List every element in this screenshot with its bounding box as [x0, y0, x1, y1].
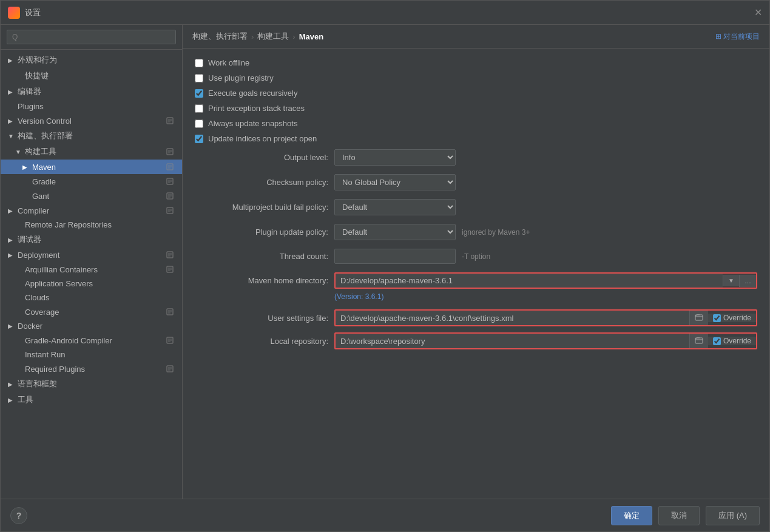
- checkbox-label-execute-goals[interactable]: Execute goals recursively: [208, 89, 297, 98]
- maven-home-dropdown-button[interactable]: ▼: [723, 275, 739, 286]
- multiproject-policy-select[interactable]: DefaultFail FastContinue: [334, 199, 456, 215]
- sidebar-item-build-exec[interactable]: ▼构建、执行部署: [1, 128, 182, 144]
- sidebar-item-appearance[interactable]: ▶外观和行为: [1, 52, 182, 68]
- thread-count-hint: -T option: [462, 252, 490, 261]
- sidebar-badge-build-tools: [165, 147, 175, 157]
- sidebar-item-gradle-android[interactable]: Gradle-Android Compiler: [1, 333, 182, 348]
- local-repo-browse-button[interactable]: [689, 334, 708, 348]
- checkbox-update-indices[interactable]: [195, 135, 203, 143]
- sidebar-badge-gant: [165, 191, 175, 201]
- checkbox-label-update-indices[interactable]: Update indices on project open: [208, 134, 317, 143]
- sidebar-label-build-tools: 构建工具: [25, 146, 56, 157]
- sidebar-item-compiler[interactable]: ▶Compiler: [1, 203, 182, 218]
- local-repo-override-label[interactable]: Override: [723, 337, 751, 345]
- sidebar-badge-required-plugins: [165, 364, 175, 374]
- sidebar-item-clouds[interactable]: Clouds: [1, 291, 182, 305]
- help-button[interactable]: ?: [10, 507, 27, 524]
- checkbox-row-print-stack-traces: Print exception stack traces: [195, 104, 757, 113]
- sidebar-item-instant-run[interactable]: Instant Run: [1, 348, 182, 362]
- sidebar-item-gradle[interactable]: Gradle: [1, 174, 182, 189]
- sidebar-arrow-deployment: ▶: [8, 252, 15, 258]
- breadcrumb-sep2: ›: [292, 32, 295, 41]
- checkbox-row-use-plugin-registry: Use plugin registry: [195, 73, 757, 82]
- sidebar-arrow-debugger: ▶: [8, 237, 15, 243]
- sidebar-label-keymap: 快捷键: [25, 70, 49, 81]
- maven-version-text: (Version: 3.6.1): [334, 292, 757, 301]
- sidebar-badge-gradle: [165, 177, 175, 186]
- sidebar-item-debugger[interactable]: ▶调试器: [1, 232, 182, 247]
- user-settings-input[interactable]: [336, 311, 689, 325]
- sidebar-label-build-exec: 构建、执行部署: [18, 130, 73, 141]
- cancel-button[interactable]: 取消: [658, 506, 700, 525]
- user-settings-row: User settings file:Override: [195, 309, 757, 326]
- checkbox-print-stack-traces[interactable]: [195, 104, 203, 113]
- dialog-title: 设置: [25, 7, 41, 18]
- thread-count-label: Thread count:: [195, 252, 328, 261]
- checkbox-label-always-update[interactable]: Always update snapshots: [208, 119, 297, 128]
- sidebar-arrow-maven: ▶: [22, 164, 30, 170]
- user-settings-field: Override: [334, 309, 757, 326]
- sidebar-item-build-tools[interactable]: ▼构建工具: [1, 144, 182, 160]
- sidebar-arrow-compiler: ▶: [8, 207, 15, 214]
- sidebar-label-gradle: Gradle: [32, 177, 56, 186]
- sidebar-label-clouds: Clouds: [25, 293, 49, 302]
- project-link[interactable]: ⊞ 对当前项目: [715, 32, 760, 42]
- breadcrumb-part2: 构建工具: [257, 31, 289, 42]
- sidebar-item-gant[interactable]: Gant: [1, 189, 182, 203]
- maven-home-input[interactable]: [336, 274, 723, 288]
- sidebar-badge-version-control: [165, 116, 175, 126]
- sidebar-item-required-plugins[interactable]: Required Plugins: [1, 362, 182, 376]
- search-input[interactable]: [7, 30, 176, 44]
- checkbox-label-work-offline[interactable]: Work offline: [208, 58, 249, 67]
- checksum-policy-select[interactable]: No Global PolicyFailWarnIgnore: [334, 174, 456, 190]
- sidebar-item-version-control[interactable]: ▶Version Control: [1, 113, 182, 128]
- sidebar-item-coverage[interactable]: Coverage: [1, 305, 182, 319]
- maven-home-field: ▼…: [334, 272, 757, 289]
- user-settings-label: User settings file:: [195, 314, 328, 323]
- local-repo-input[interactable]: [336, 334, 689, 348]
- checksum-policy-row: Checksum policy:No Global PolicyFailWarn…: [195, 174, 757, 190]
- checkbox-work-offline[interactable]: [195, 59, 203, 67]
- plugin-update-policy-select[interactable]: DefaultAlwaysNever: [334, 224, 456, 240]
- search-box: [1, 25, 182, 50]
- sidebar-item-editor[interactable]: ▶编辑器: [1, 84, 182, 99]
- confirm-button[interactable]: 确定: [611, 506, 652, 525]
- sidebar-item-lang-framework[interactable]: ▶语言和框架: [1, 376, 182, 392]
- checkbox-label-print-stack-traces[interactable]: Print exception stack traces: [208, 104, 305, 113]
- sidebar-badge-deployment: [165, 250, 175, 260]
- sidebar-item-maven[interactable]: ▶Maven: [1, 160, 182, 174]
- bottom-bar: ? 确定 取消 应用 (A): [1, 499, 769, 531]
- checkbox-execute-goals[interactable]: [195, 89, 203, 98]
- checkbox-use-plugin-registry[interactable]: [195, 74, 203, 82]
- sidebar-item-app-servers[interactable]: Application Servers: [1, 277, 182, 291]
- apply-button[interactable]: 应用 (A): [706, 506, 760, 525]
- content-scroll: Work offlineUse plugin registryExecute g…: [183, 49, 769, 499]
- thread-count-input[interactable]: [334, 249, 456, 264]
- sidebar-item-keymap[interactable]: 快捷键: [1, 68, 182, 84]
- sidebar-item-docker[interactable]: ▶Docker: [1, 319, 182, 333]
- sidebar-label-deployment: Deployment: [18, 251, 59, 260]
- sidebar-arrow-build-exec: ▼: [8, 133, 15, 140]
- sidebar-label-version-control: Version Control: [18, 116, 72, 126]
- user-settings-override-label[interactable]: Override: [723, 314, 751, 322]
- output-level-select[interactable]: DebugInfoWarningError: [334, 149, 456, 166]
- user-settings-override-checkbox[interactable]: [713, 314, 721, 322]
- breadcrumb: 构建、执行部署 › 构建工具 › Maven ⊞ 对当前项目: [183, 25, 769, 49]
- sidebar-label-debugger: 调试器: [18, 234, 41, 245]
- app-icon: [8, 7, 20, 19]
- checkbox-row-work-offline: Work offline: [195, 58, 757, 67]
- sidebar-item-deployment[interactable]: ▶Deployment: [1, 247, 182, 262]
- sidebar-item-remote-jar[interactable]: Remote Jar Repositories: [1, 218, 182, 232]
- multiproject-policy-label: Multiproject build fail policy:: [195, 203, 328, 212]
- checkbox-always-update[interactable]: [195, 120, 203, 128]
- sidebar-item-plugins[interactable]: Plugins: [1, 99, 182, 113]
- sidebar-item-arquillian[interactable]: Arquillian Containers: [1, 262, 182, 277]
- sidebar-item-tools[interactable]: ▶工具: [1, 392, 182, 408]
- local-repo-override-checkbox[interactable]: [713, 337, 721, 345]
- close-button[interactable]: ✕: [754, 7, 762, 18]
- checkbox-label-use-plugin-registry[interactable]: Use plugin registry: [208, 73, 274, 82]
- content-panel: 构建、执行部署 › 构建工具 › Maven ⊞ 对当前项目 Work offl…: [183, 25, 769, 499]
- maven-home-browse-button[interactable]: …: [739, 275, 756, 287]
- plugin-update-hint: ignored by Maven 3+: [462, 228, 530, 237]
- user-settings-browse-button[interactable]: [689, 311, 708, 325]
